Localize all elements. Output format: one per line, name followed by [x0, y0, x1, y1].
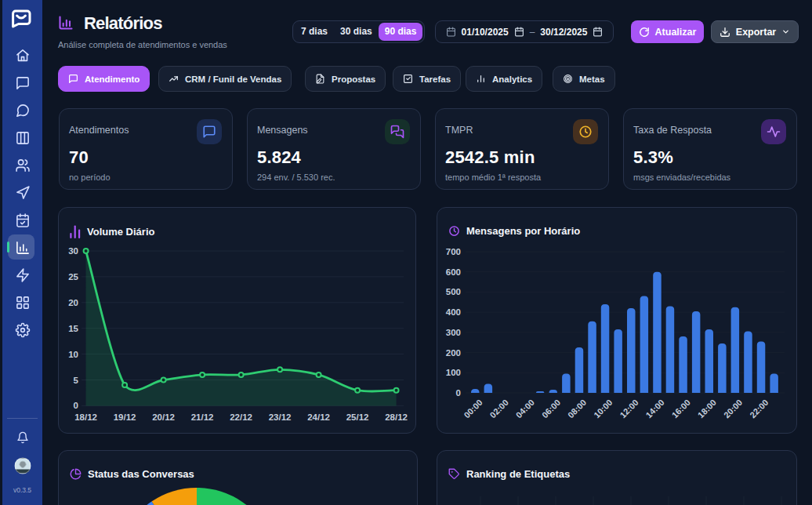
- svg-text:700: 700: [446, 247, 461, 256]
- svg-text:24/12: 24/12: [307, 412, 330, 422]
- svg-text:500: 500: [446, 287, 461, 296]
- svg-text:0: 0: [456, 388, 461, 398]
- svg-text:300: 300: [446, 328, 461, 337]
- svg-text:14:00: 14:00: [643, 398, 665, 420]
- svg-text:22/12: 22/12: [230, 412, 252, 422]
- svg-text:0: 0: [74, 401, 78, 410]
- svg-text:18/12: 18/12: [74, 412, 97, 422]
- svg-text:22:00: 22:00: [748, 398, 770, 420]
- svg-text:10: 10: [68, 350, 78, 359]
- svg-text:100: 100: [446, 368, 461, 377]
- svg-text:06:00: 06:00: [540, 398, 562, 420]
- svg-text:10:00: 10:00: [592, 398, 614, 420]
- svg-text:04:00: 04:00: [514, 398, 536, 420]
- svg-text:400: 400: [446, 307, 461, 317]
- svg-text:28/12: 28/12: [385, 412, 408, 422]
- svg-text:23/12: 23/12: [269, 412, 292, 422]
- svg-text:25/12: 25/12: [346, 412, 369, 422]
- svg-text:15: 15: [68, 324, 78, 333]
- svg-text:20:00: 20:00: [722, 398, 744, 420]
- svg-text:5: 5: [74, 376, 79, 385]
- svg-text:25: 25: [68, 272, 78, 282]
- svg-text:12:00: 12:00: [618, 398, 640, 420]
- svg-text:18:00: 18:00: [696, 398, 718, 420]
- svg-text:19/12: 19/12: [114, 412, 136, 422]
- svg-text:30: 30: [68, 246, 78, 256]
- svg-text:16:00: 16:00: [670, 398, 692, 420]
- svg-text:200: 200: [446, 348, 461, 358]
- svg-text:21/12: 21/12: [191, 412, 214, 422]
- svg-text:20: 20: [68, 298, 78, 307]
- svg-text:00:00: 00:00: [462, 398, 484, 420]
- svg-text:600: 600: [446, 267, 461, 277]
- svg-text:20/12: 20/12: [152, 412, 175, 422]
- svg-text:02:00: 02:00: [488, 398, 510, 420]
- svg-text:08:00: 08:00: [566, 398, 588, 420]
